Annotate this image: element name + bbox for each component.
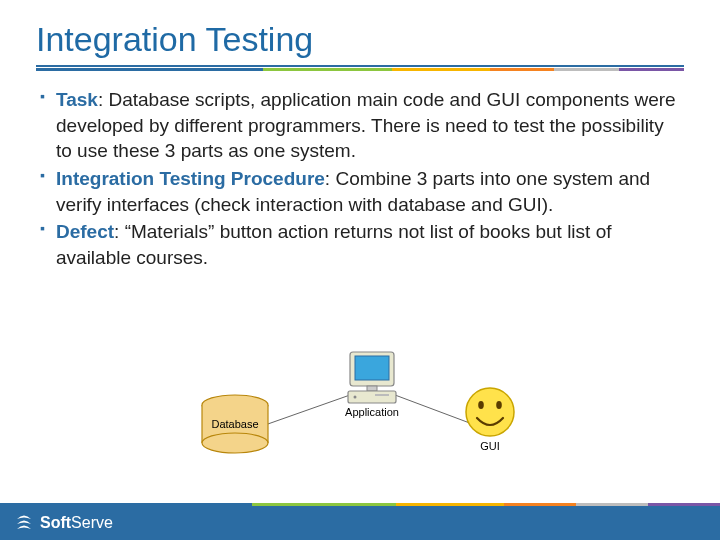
bullet-text: : Database scripts, application main cod…: [56, 89, 676, 161]
svg-point-15: [496, 401, 502, 409]
brand-text: SoftServe: [40, 514, 113, 532]
bullet-keyword: Defect: [56, 221, 114, 242]
slide: Integration Testing Task: Database scrip…: [0, 0, 720, 540]
database-label: Database: [211, 418, 258, 430]
svg-point-11: [354, 396, 357, 399]
svg-line-0: [265, 395, 350, 425]
gui-label: GUI: [480, 440, 500, 452]
page-title: Integration Testing: [0, 0, 720, 65]
svg-point-14: [478, 401, 484, 409]
svg-rect-8: [355, 356, 389, 380]
content-area: Task: Database scripts, application main…: [0, 71, 720, 270]
bullet-text: : “Materials” button action returns not …: [56, 221, 611, 268]
database-icon: Database: [202, 395, 268, 453]
bullet-task: Task: Database scripts, application main…: [40, 87, 680, 164]
application-label: Application: [345, 406, 399, 418]
integration-diagram: Database Application GUI: [165, 340, 565, 480]
bullet-keyword: Task: [56, 89, 98, 110]
bullet-procedure: Integration Testing Procedure: Combine 3…: [40, 166, 680, 217]
svg-line-1: [395, 395, 475, 425]
brand-logo: SoftServe: [14, 513, 113, 533]
title-rule: [36, 65, 684, 71]
bullet-keyword: Integration Testing Procedure: [56, 168, 325, 189]
gui-icon: GUI: [466, 388, 514, 452]
brand-icon: [14, 513, 34, 533]
application-icon: Application: [345, 352, 399, 418]
bullet-list: Task: Database scripts, application main…: [40, 87, 680, 270]
footer: SoftServe: [0, 506, 720, 540]
svg-point-6: [202, 433, 268, 453]
svg-rect-9: [367, 386, 377, 391]
svg-point-13: [466, 388, 514, 436]
svg-rect-12: [375, 394, 389, 396]
bullet-defect: Defect: “Materials” button action return…: [40, 219, 680, 270]
